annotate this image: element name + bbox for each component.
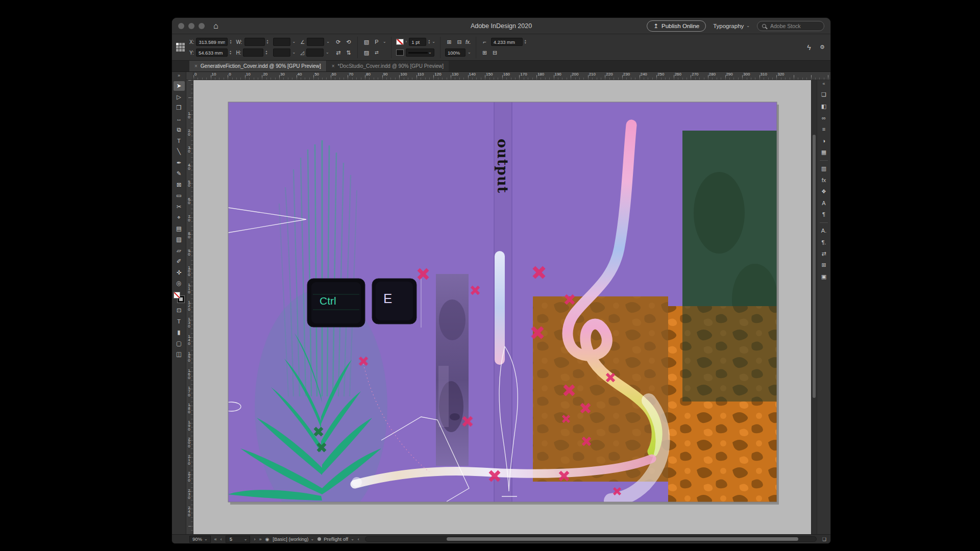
- corner-options-icon[interactable]: ⌐: [481, 38, 489, 46]
- zoom-window-button[interactable]: [199, 23, 205, 29]
- horizontal-scrollbar[interactable]: [365, 536, 817, 542]
- y-position-field[interactable]: [196, 48, 228, 57]
- type-tool-icon[interactable]: T: [174, 136, 185, 145]
- spread-view-icon[interactable]: ❏: [822, 537, 826, 542]
- free-transform-tool-icon[interactable]: ⌖: [174, 213, 185, 222]
- pen-tool-icon[interactable]: ✒: [174, 158, 185, 167]
- opacity-field[interactable]: [445, 48, 465, 57]
- fill-swatch-icon[interactable]: [174, 292, 180, 298]
- x-position-field[interactable]: [196, 38, 228, 46]
- workspace-switcher[interactable]: Typography ⌄: [713, 23, 750, 29]
- vertical-scrollbar[interactable]: [811, 80, 817, 534]
- preflight-status-menu[interactable]: Preflight off ⌄: [317, 536, 354, 542]
- gradient-panel-icon[interactable]: ▥: [819, 164, 829, 173]
- x-stepper[interactable]: ▴▾: [230, 39, 231, 44]
- gap-tool-icon[interactable]: ↔: [174, 114, 185, 123]
- effects-panel-icon[interactable]: fx: [819, 176, 829, 185]
- vertical-ruler[interactable]: 1020304050607080901001101201301401501601…: [186, 80, 193, 534]
- select-content-icon[interactable]: ▨: [362, 48, 371, 57]
- shear-field[interactable]: [306, 48, 324, 57]
- frame-fitting-icon[interactable]: ⊞: [445, 38, 453, 46]
- direct-selection-tool-icon[interactable]: ▷: [174, 92, 185, 102]
- output-vertical-text[interactable]: output: [495, 139, 510, 193]
- photo-strip-graphic[interactable]: [436, 274, 469, 466]
- cc-libraries-panel-icon[interactable]: ▣: [819, 272, 829, 281]
- gradient-swatch-tool-icon[interactable]: ▤: [174, 223, 185, 233]
- formatting-affects-container-icon[interactable]: ⊡: [174, 306, 185, 315]
- previous-page-button[interactable]: ‹: [220, 537, 222, 542]
- h-stepper[interactable]: ▴▾: [265, 50, 267, 55]
- select-container-icon[interactable]: ▧: [362, 38, 371, 46]
- document-tab[interactable]: × *DocStudio_Cover.indd @ 90% [GPU Previ…: [327, 61, 449, 71]
- scale-y-field[interactable]: [273, 48, 290, 57]
- stock-search-input[interactable]: [769, 22, 819, 30]
- corner-radius-field[interactable]: [491, 38, 523, 46]
- tab-close-icon[interactable]: ×: [332, 63, 335, 69]
- home-icon[interactable]: ⌂: [213, 22, 218, 30]
- align-icon[interactable]: ⊞: [481, 48, 489, 57]
- screen-mode-icon[interactable]: ◫: [174, 349, 185, 359]
- layers-panel-icon[interactable]: ◧: [819, 102, 829, 111]
- character-styles-panel-icon[interactable]: A.: [819, 226, 829, 235]
- chevron-down-icon[interactable]: ⌄: [326, 40, 330, 44]
- flip-vertical-icon[interactable]: ⇅: [345, 48, 353, 57]
- fill-stroke-swatches[interactable]: [174, 292, 184, 303]
- preflight-profile-menu[interactable]: [Basic] (working) ⌄: [273, 536, 314, 542]
- rectangle-frame-tool-icon[interactable]: ⊠: [174, 180, 185, 189]
- effects-button[interactable]: fx.: [465, 39, 471, 45]
- zoom-tool-icon[interactable]: ◎: [174, 279, 185, 288]
- horizontal-ruler[interactable]: 0100102030405060708090100110120130140150…: [193, 72, 830, 80]
- chevron-down-icon[interactable]: ⌄: [292, 40, 296, 44]
- chevron-down-icon[interactable]: ⌄: [468, 51, 471, 55]
- fit-content-icon[interactable]: ⊟: [455, 38, 463, 46]
- stroke-weight-field[interactable]: [409, 38, 426, 46]
- document-canvas[interactable]: Ctrl E output: [193, 80, 811, 533]
- y-stepper[interactable]: ▴▾: [230, 50, 231, 55]
- document-tab[interactable]: × GenerativeFiction_Cover.indd @ 90% [GP…: [189, 61, 326, 71]
- zoom-level-dropdown[interactable]: 90% ⌄: [189, 536, 211, 543]
- chevron-down-icon[interactable]: ⌄: [432, 40, 435, 44]
- pasteboard[interactable]: Ctrl E output: [193, 80, 811, 534]
- pages-panel-icon[interactable]: ❏: [819, 90, 829, 99]
- dock-collapse-icon[interactable]: «: [822, 81, 825, 88]
- rectangle-tool-icon[interactable]: ▭: [174, 191, 185, 201]
- scroll-left-arrow[interactable]: ‹: [358, 537, 359, 542]
- ruler-origin-corner[interactable]: [186, 72, 193, 80]
- object-styles-panel-icon[interactable]: ❖: [819, 187, 829, 196]
- color-panel-icon[interactable]: ◑: [819, 136, 829, 145]
- gradient-feather-tool-icon[interactable]: ▨: [174, 235, 185, 244]
- vertical-scrollbar-thumb[interactable]: [813, 135, 816, 398]
- apply-none-icon[interactable]: ▢: [174, 338, 185, 348]
- stroke-weight-stepper[interactable]: ▴▾: [428, 39, 430, 44]
- p-button[interactable]: P: [373, 38, 381, 46]
- chevron-down-icon[interactable]: ⌄: [383, 40, 386, 44]
- swatches-panel-icon[interactable]: ▦: [819, 147, 829, 157]
- rotate-ccw-icon[interactable]: ⟲: [345, 38, 353, 46]
- apply-color-icon[interactable]: ▮: [174, 328, 185, 337]
- paragraph-styles-panel-icon[interactable]: ¶.: [819, 238, 829, 247]
- stroke-color-none-swatch[interactable]: [396, 39, 404, 45]
- height-field[interactable]: [243, 48, 263, 57]
- tab-close-icon[interactable]: ×: [194, 63, 198, 69]
- align-panel-icon[interactable]: ⊞: [819, 261, 829, 270]
- publish-online-button[interactable]: ↥ Publish Online: [647, 20, 706, 32]
- hand-tool-icon[interactable]: ✜: [174, 267, 185, 277]
- flip-icon[interactable]: ⇄: [373, 48, 381, 57]
- links-panel-icon[interactable]: ∞: [819, 113, 829, 122]
- rotate-cw-icon[interactable]: ⟳: [334, 38, 342, 46]
- paragraph-panel-icon[interactable]: ¶: [819, 210, 829, 219]
- distribute-icon[interactable]: ⊟: [491, 48, 499, 57]
- character-panel-icon[interactable]: A: [819, 198, 829, 208]
- formatting-affects-text-icon[interactable]: T: [174, 316, 185, 326]
- content-collector-tool-icon[interactable]: ⧉: [174, 125, 185, 135]
- minimize-window-button[interactable]: [188, 23, 194, 29]
- gpu-performance-icon[interactable]: ϟ: [805, 43, 813, 52]
- text-wrap-panel-icon[interactable]: ⇄: [819, 249, 829, 258]
- next-page-button[interactable]: ›: [254, 537, 255, 542]
- page-number-dropdown[interactable]: ⌄: [226, 536, 251, 543]
- page-tool-icon[interactable]: ❐: [174, 103, 185, 113]
- note-tool-icon[interactable]: ▱: [174, 245, 185, 255]
- chevron-right-icon[interactable]: ›: [406, 40, 407, 44]
- toolbar-collapse-icon[interactable]: »: [178, 73, 180, 80]
- corner-radius-stepper[interactable]: ▴▾: [525, 39, 526, 44]
